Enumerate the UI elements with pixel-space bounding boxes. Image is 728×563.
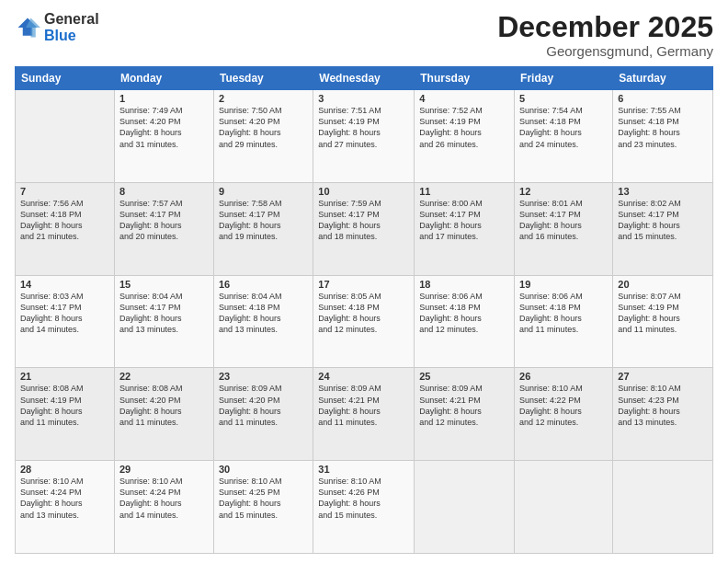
calendar-body: 1Sunrise: 7:49 AM Sunset: 4:20 PM Daylig… <box>16 90 713 554</box>
calendar-header: Sunday Monday Tuesday Wednesday Thursday… <box>16 67 713 90</box>
day-info: Sunrise: 7:49 AM Sunset: 4:20 PM Dayligh… <box>119 105 209 150</box>
day-info: Sunrise: 7:55 AM Sunset: 4:18 PM Dayligh… <box>618 105 708 150</box>
day-number: 7 <box>20 186 109 197</box>
day-info: Sunrise: 7:57 AM Sunset: 4:17 PM Dayligh… <box>119 198 209 243</box>
page: General Blue December 2025 Georgensgmund… <box>0 0 728 563</box>
calendar-cell <box>16 90 115 183</box>
logo: General Blue <box>15 11 99 43</box>
day-info: Sunrise: 8:04 AM Sunset: 4:18 PM Dayligh… <box>219 291 308 336</box>
day-number: 8 <box>119 186 209 197</box>
day-info: Sunrise: 8:00 AM Sunset: 4:17 PM Dayligh… <box>419 198 509 243</box>
day-info: Sunrise: 8:05 AM Sunset: 4:18 PM Dayligh… <box>318 291 409 336</box>
calendar-week-1: 7Sunrise: 7:56 AM Sunset: 4:18 PM Daylig… <box>16 182 713 275</box>
calendar-week-4: 28Sunrise: 8:10 AM Sunset: 4:24 PM Dayli… <box>16 461 713 554</box>
day-info: Sunrise: 8:10 AM Sunset: 4:23 PM Dayligh… <box>618 383 708 428</box>
day-info: Sunrise: 8:10 AM Sunset: 4:24 PM Dayligh… <box>20 476 109 521</box>
calendar-cell: 18Sunrise: 8:06 AM Sunset: 4:18 PM Dayli… <box>415 275 515 368</box>
logo-blue: Blue <box>44 28 76 43</box>
calendar-cell: 3Sunrise: 7:51 AM Sunset: 4:19 PM Daylig… <box>313 90 415 183</box>
day-number: 16 <box>219 279 308 290</box>
day-info: Sunrise: 8:10 AM Sunset: 4:22 PM Dayligh… <box>519 383 608 428</box>
day-info: Sunrise: 8:07 AM Sunset: 4:19 PM Dayligh… <box>618 291 708 336</box>
calendar-cell: 21Sunrise: 8:08 AM Sunset: 4:19 PM Dayli… <box>16 368 115 461</box>
calendar-cell: 14Sunrise: 8:03 AM Sunset: 4:17 PM Dayli… <box>16 275 115 368</box>
col-tuesday: Tuesday <box>213 67 313 90</box>
calendar-week-0: 1Sunrise: 7:49 AM Sunset: 4:20 PM Daylig… <box>16 90 713 183</box>
day-number: 17 <box>318 279 409 290</box>
calendar-cell: 10Sunrise: 7:59 AM Sunset: 4:17 PM Dayli… <box>313 182 415 275</box>
day-number: 14 <box>20 279 109 290</box>
day-info: Sunrise: 8:03 AM Sunset: 4:17 PM Dayligh… <box>20 291 109 336</box>
day-number: 21 <box>20 371 109 382</box>
day-number: 4 <box>419 93 509 104</box>
calendar-cell: 22Sunrise: 8:08 AM Sunset: 4:20 PM Dayli… <box>114 368 213 461</box>
month-title: December 2025 <box>497 11 713 43</box>
day-info: Sunrise: 7:58 AM Sunset: 4:17 PM Dayligh… <box>219 198 308 243</box>
calendar-cell: 27Sunrise: 8:10 AM Sunset: 4:23 PM Dayli… <box>613 368 713 461</box>
day-number: 24 <box>318 371 409 382</box>
day-number: 29 <box>119 464 209 475</box>
day-info: Sunrise: 8:09 AM Sunset: 4:20 PM Dayligh… <box>219 383 308 428</box>
calendar-cell: 30Sunrise: 8:10 AM Sunset: 4:25 PM Dayli… <box>213 461 313 554</box>
logo-text: General Blue <box>44 11 99 43</box>
calendar-cell: 25Sunrise: 8:09 AM Sunset: 4:21 PM Dayli… <box>415 368 515 461</box>
day-info: Sunrise: 8:01 AM Sunset: 4:17 PM Dayligh… <box>519 198 608 243</box>
logo-general: General <box>44 11 99 27</box>
calendar-week-2: 14Sunrise: 8:03 AM Sunset: 4:17 PM Dayli… <box>16 275 713 368</box>
day-number: 3 <box>318 93 409 104</box>
day-info: Sunrise: 8:02 AM Sunset: 4:17 PM Dayligh… <box>618 198 708 243</box>
calendar-cell: 16Sunrise: 8:04 AM Sunset: 4:18 PM Dayli… <box>213 275 313 368</box>
day-info: Sunrise: 7:56 AM Sunset: 4:18 PM Dayligh… <box>20 198 109 243</box>
calendar-cell: 6Sunrise: 7:55 AM Sunset: 4:18 PM Daylig… <box>613 90 713 183</box>
calendar-cell: 2Sunrise: 7:50 AM Sunset: 4:20 PM Daylig… <box>213 90 313 183</box>
calendar-cell: 23Sunrise: 8:09 AM Sunset: 4:20 PM Dayli… <box>213 368 313 461</box>
day-info: Sunrise: 7:54 AM Sunset: 4:18 PM Dayligh… <box>519 105 608 150</box>
day-number: 23 <box>219 371 308 382</box>
day-info: Sunrise: 8:10 AM Sunset: 4:24 PM Dayligh… <box>119 476 209 521</box>
calendar-cell: 20Sunrise: 8:07 AM Sunset: 4:19 PM Dayli… <box>613 275 713 368</box>
day-info: Sunrise: 8:10 AM Sunset: 4:25 PM Dayligh… <box>219 476 308 521</box>
day-number: 25 <box>419 371 509 382</box>
calendar-cell <box>613 461 713 554</box>
calendar-cell: 13Sunrise: 8:02 AM Sunset: 4:17 PM Dayli… <box>613 182 713 275</box>
day-info: Sunrise: 8:10 AM Sunset: 4:26 PM Dayligh… <box>318 476 409 521</box>
col-saturday: Saturday <box>613 67 713 90</box>
calendar-cell: 7Sunrise: 7:56 AM Sunset: 4:18 PM Daylig… <box>16 182 115 275</box>
calendar-cell: 29Sunrise: 8:10 AM Sunset: 4:24 PM Dayli… <box>114 461 213 554</box>
day-number: 31 <box>318 464 409 475</box>
day-info: Sunrise: 8:06 AM Sunset: 4:18 PM Dayligh… <box>519 291 608 336</box>
day-number: 6 <box>618 93 708 104</box>
day-number: 11 <box>419 186 509 197</box>
day-info: Sunrise: 7:51 AM Sunset: 4:19 PM Dayligh… <box>318 105 409 150</box>
day-info: Sunrise: 8:09 AM Sunset: 4:21 PM Dayligh… <box>318 383 409 428</box>
location-subtitle: Georgensgmund, Germany <box>497 43 713 59</box>
day-number: 27 <box>618 371 708 382</box>
calendar-cell: 28Sunrise: 8:10 AM Sunset: 4:24 PM Dayli… <box>16 461 115 554</box>
calendar-cell: 5Sunrise: 7:54 AM Sunset: 4:18 PM Daylig… <box>515 90 613 183</box>
calendar-cell: 26Sunrise: 8:10 AM Sunset: 4:22 PM Dayli… <box>515 368 613 461</box>
day-info: Sunrise: 7:59 AM Sunset: 4:17 PM Dayligh… <box>318 198 409 243</box>
calendar-cell: 15Sunrise: 8:04 AM Sunset: 4:17 PM Dayli… <box>114 275 213 368</box>
day-number: 5 <box>519 93 608 104</box>
col-friday: Friday <box>515 67 613 90</box>
day-number: 13 <box>618 186 708 197</box>
calendar-cell: 12Sunrise: 8:01 AM Sunset: 4:17 PM Dayli… <box>515 182 613 275</box>
day-number: 26 <box>519 371 608 382</box>
col-sunday: Sunday <box>16 67 115 90</box>
header: General Blue December 2025 Georgensgmund… <box>15 11 713 59</box>
title-block: December 2025 Georgensgmund, Germany <box>497 11 713 59</box>
day-number: 2 <box>219 93 308 104</box>
calendar-cell: 31Sunrise: 8:10 AM Sunset: 4:26 PM Dayli… <box>313 461 415 554</box>
header-row: Sunday Monday Tuesday Wednesday Thursday… <box>16 67 713 90</box>
calendar-cell: 4Sunrise: 7:52 AM Sunset: 4:19 PM Daylig… <box>415 90 515 183</box>
day-number: 19 <box>519 279 608 290</box>
calendar: Sunday Monday Tuesday Wednesday Thursday… <box>15 66 713 554</box>
calendar-week-3: 21Sunrise: 8:08 AM Sunset: 4:19 PM Dayli… <box>16 368 713 461</box>
day-number: 9 <box>219 186 308 197</box>
day-number: 28 <box>20 464 109 475</box>
day-number: 18 <box>419 279 509 290</box>
day-info: Sunrise: 8:08 AM Sunset: 4:19 PM Dayligh… <box>20 383 109 428</box>
day-info: Sunrise: 8:06 AM Sunset: 4:18 PM Dayligh… <box>419 291 509 336</box>
day-number: 1 <box>119 93 209 104</box>
day-info: Sunrise: 8:09 AM Sunset: 4:21 PM Dayligh… <box>419 383 509 428</box>
